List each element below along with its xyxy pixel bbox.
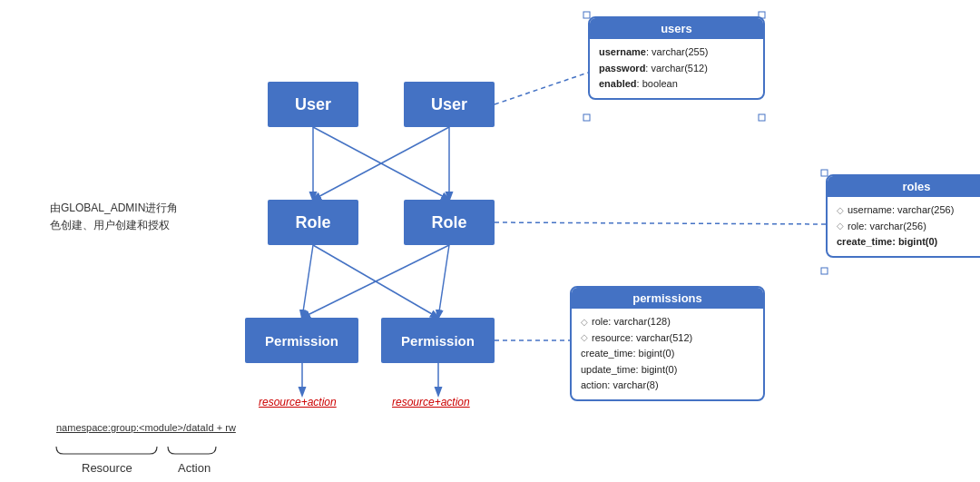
user-box-2: User: [404, 82, 495, 127]
user-box-1: User: [268, 82, 358, 127]
diagram-container: User User Role Role Permission Permissio…: [0, 0, 980, 482]
permissions-card-header: permissions: [572, 288, 763, 309]
resource-label: Resource: [82, 461, 132, 475]
svg-line-5: [313, 245, 438, 318]
roles-field-username: username: varchar(256): [837, 202, 980, 219]
svg-line-1: [313, 127, 449, 200]
svg-line-4: [302, 245, 313, 318]
svg-rect-19: [759, 114, 765, 121]
roles-card: roles username: varchar(256) role: varch…: [826, 174, 980, 258]
users-field-enabled: enabled: boolean: [599, 76, 754, 93]
resource-action-link-1[interactable]: resource+action: [259, 396, 337, 408]
perm-field-create-time: create_time: bigint(0): [581, 346, 754, 362]
permission-box-1: Permission: [245, 318, 358, 363]
users-card: users username: varchar(255) password: v…: [588, 16, 765, 100]
users-field-username: username: varchar(255): [599, 44, 754, 61]
roles-field-create-time: create_time: bigint(0): [837, 234, 980, 251]
perm-field-role: role: varchar(128): [581, 314, 754, 330]
action-label: Action: [178, 461, 211, 475]
namespace-label: namespace:group:<module>/dataId + rw: [56, 422, 236, 433]
permission-box-2: Permission: [381, 318, 495, 363]
perm-field-resource: resource: varchar(512): [581, 330, 754, 347]
zh-label: 由GLOBAL_ADMIN进行角色创建、用户创建和授权: [50, 200, 191, 234]
permissions-card-body: role: varchar(128) resource: varchar(512…: [572, 309, 763, 399]
svg-line-6: [302, 245, 449, 318]
roles-field-role: role: varchar(256): [837, 219, 980, 235]
svg-rect-18: [583, 114, 590, 121]
resource-action-link-2[interactable]: resource+action: [392, 396, 470, 408]
perm-field-action: action: varchar(8): [581, 378, 754, 394]
role-box-1: Role: [268, 200, 358, 245]
role-box-2: Role: [404, 200, 495, 245]
svg-rect-16: [583, 12, 590, 18]
roles-card-header: roles: [828, 176, 980, 197]
svg-rect-22: [821, 268, 828, 274]
svg-line-2: [313, 127, 449, 200]
roles-card-body: username: varchar(256) role: varchar(256…: [828, 197, 980, 256]
users-field-password: password: varchar(512): [599, 61, 754, 77]
users-card-header: users: [590, 18, 763, 39]
permissions-card: permissions role: varchar(128) resource:…: [570, 286, 765, 401]
perm-field-update-time: update_time: bigint(0): [581, 362, 754, 379]
svg-line-10: [495, 73, 588, 104]
users-card-body: username: varchar(255) password: varchar…: [590, 39, 763, 98]
svg-line-12: [495, 222, 826, 224]
svg-line-7: [438, 245, 449, 318]
svg-rect-20: [821, 170, 828, 176]
